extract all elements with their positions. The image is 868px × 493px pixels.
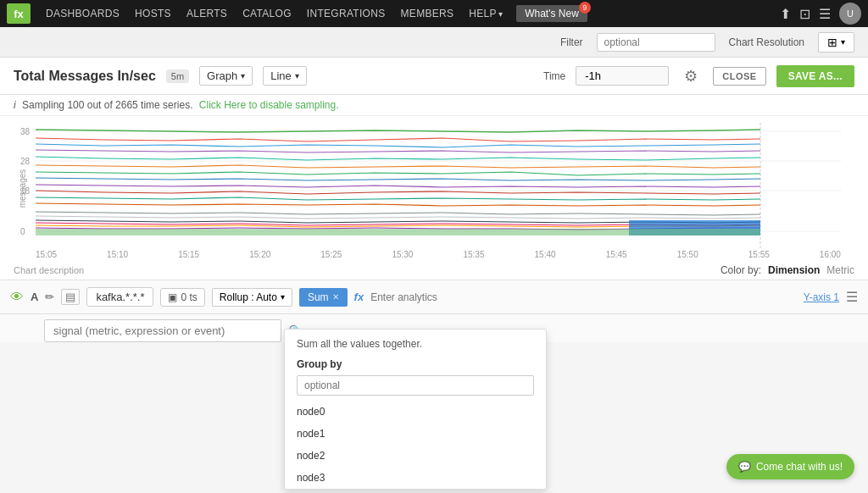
chart-container: messages 38 28 18 0: [0, 116, 868, 261]
x-label-6: 15:35: [463, 250, 484, 259]
top-nav: fx DASHBOARDS HOSTS ALERTS CATALOG INTEG…: [0, 0, 868, 27]
logo[interactable]: fx: [7, 3, 31, 24]
x-label-0: 15:05: [36, 250, 57, 259]
text-pencil-icon[interactable]: ✏: [45, 291, 54, 303]
chevron-down-icon: ▾: [281, 292, 285, 302]
nav-catalog[interactable]: CATALOG: [236, 4, 298, 23]
popup-item-node0[interactable]: node0: [285, 401, 546, 423]
x-label-2: 15:15: [178, 250, 199, 259]
nav-dashboards[interactable]: DASHBOARDS: [39, 4, 126, 23]
notification-badge: 9: [579, 2, 591, 14]
popup-item-node3[interactable]: node3: [285, 467, 546, 489]
nav-hosts[interactable]: HOSTS: [128, 4, 178, 23]
sum-dropdown-popup: Sum all the values together. Group by no…: [284, 329, 547, 490]
popup-item-node2[interactable]: node2: [285, 445, 546, 467]
time-badge[interactable]: 5m: [166, 69, 189, 83]
query-bar: 👁 A ✏ ▤ kafka.*.*.* ▣ 0 ts Rollup : Auto…: [0, 280, 868, 314]
analytics-input[interactable]: [370, 291, 797, 303]
nav-help[interactable]: HELP▾: [462, 4, 509, 23]
sum-close-icon[interactable]: ✕: [332, 292, 339, 302]
signal-input[interactable]: [44, 319, 281, 342]
y-tick-38: 38: [20, 128, 30, 136]
eye-icon[interactable]: 👁: [10, 290, 24, 305]
y-axis-label-button[interactable]: Y-axis 1: [804, 291, 839, 303]
x-label-8: 15:45: [606, 250, 627, 259]
chevron-down-icon: ▾: [841, 37, 845, 47]
color-by-section: Color by: Dimension Metric: [721, 264, 854, 276]
chat-button[interactable]: 💬 Come chat with us!: [726, 454, 854, 479]
chart-description: Chart description: [14, 265, 84, 275]
ts-icon: ▣: [168, 291, 177, 303]
metric-chip[interactable]: kafka.*.*.*: [86, 287, 153, 307]
time-label: Time: [543, 70, 565, 82]
x-label-4: 15:25: [320, 250, 342, 259]
resolution-grid-icon: ⊞: [827, 36, 837, 49]
color-by-label: Color by:: [721, 264, 761, 276]
save-as-button[interactable]: SAVE AS...: [776, 65, 854, 87]
info-icon: i: [14, 99, 16, 111]
row-menu-icon[interactable]: ☰: [846, 289, 858, 305]
sampling-text: Sampling 100 out of 2665 time series.: [22, 99, 192, 111]
chart-resolution-label: Chart Resolution: [729, 36, 804, 48]
menu-hamburger-icon[interactable]: ☰: [819, 6, 831, 22]
x-axis: 15:05 15:10 15:15 15:20 15:25 15:30 15:3…: [36, 248, 841, 261]
popup-group-by-label: Group by: [285, 355, 546, 375]
filter-input[interactable]: [597, 33, 715, 52]
x-label-7: 15:40: [535, 250, 556, 259]
svg-rect-6: [36, 229, 760, 235]
new-window-icon[interactable]: ⊡: [799, 6, 810, 22]
text-size-icon[interactable]: A: [31, 291, 38, 303]
rollup-dropdown[interactable]: Rollup : Auto ▾: [212, 288, 292, 307]
fx-icon: fx: [354, 291, 364, 303]
close-button[interactable]: CLOSE: [713, 67, 765, 86]
chart-title: Total Messages In/sec: [14, 69, 156, 84]
metric-option[interactable]: Metric: [826, 264, 854, 276]
chart-svg: [36, 123, 841, 248]
chart-header: Total Messages In/sec 5m Graph ▾ Line ▾ …: [0, 58, 868, 95]
chevron-down-icon: ▾: [295, 71, 299, 80]
x-label-10: 15:55: [748, 250, 770, 259]
time-input[interactable]: [576, 66, 669, 86]
popup-description: Sum all the values together.: [285, 330, 546, 355]
dimension-option[interactable]: Dimension: [768, 264, 820, 276]
graph-dropdown[interactable]: Graph ▾: [199, 66, 253, 86]
chart-footer: Chart description Color by: Dimension Me…: [0, 261, 868, 280]
metric-bar-icon[interactable]: ▤: [61, 289, 80, 305]
y-tick-28: 28: [20, 158, 30, 166]
ts-count-chip: ▣ 0 ts: [160, 288, 204, 307]
popup-item-node1[interactable]: node1: [285, 423, 546, 445]
sum-button[interactable]: Sum ✕: [299, 288, 348, 307]
whats-new-button[interactable]: What's New 9: [516, 5, 587, 22]
x-label-5: 15:30: [392, 250, 413, 259]
filter-label: Filter: [560, 36, 583, 48]
nav-icons: ⬆ ⊡ ☰ U: [780, 3, 861, 25]
chat-icon: 💬: [738, 461, 751, 473]
x-label-11: 16:00: [820, 250, 841, 259]
nav-integrations[interactable]: INTEGRATIONS: [300, 4, 392, 23]
popup-search-input[interactable]: [297, 375, 534, 396]
user-avatar[interactable]: U: [839, 3, 861, 25]
settings-gear-button[interactable]: ⚙: [679, 65, 703, 87]
y-tick-18: 18: [20, 187, 30, 196]
x-label-3: 15:20: [249, 250, 270, 259]
filter-bar: Filter Chart Resolution ⊞ ▾: [0, 27, 868, 58]
sampling-notice: i Sampling 100 out of 2665 time series. …: [0, 95, 868, 116]
disable-sampling-link[interactable]: Click Here to disable sampling.: [199, 99, 339, 111]
chevron-down-icon: ▾: [241, 71, 245, 80]
x-label-9: 15:50: [677, 250, 698, 259]
nav-alerts[interactable]: ALERTS: [180, 4, 234, 23]
share-icon[interactable]: ⬆: [780, 6, 791, 22]
line-dropdown[interactable]: Line ▾: [263, 66, 307, 86]
y-tick-0: 0: [20, 228, 25, 236]
chart-resolution-button[interactable]: ⊞ ▾: [818, 32, 854, 53]
x-label-1: 15:10: [107, 250, 128, 259]
nav-members[interactable]: MEMBERS: [394, 4, 461, 23]
